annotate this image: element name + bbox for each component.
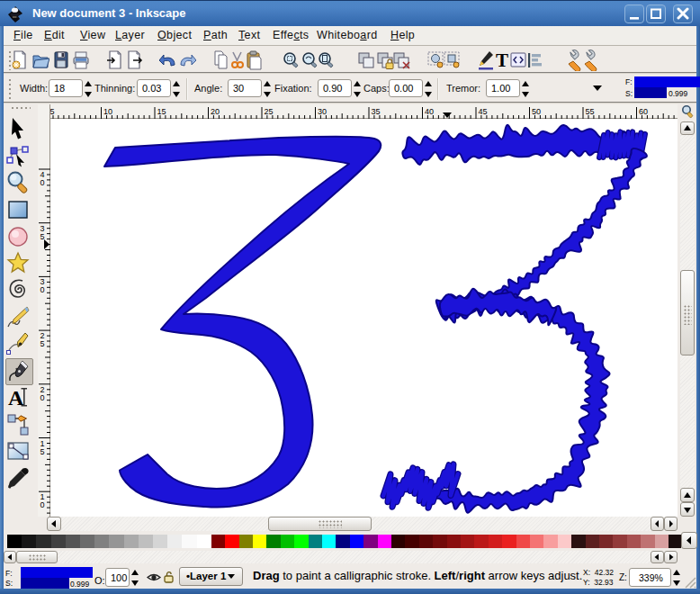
svg-text:10: 10 [103, 107, 112, 116]
svg-text:25: 25 [265, 107, 274, 116]
svg-text:45: 45 [479, 107, 488, 116]
svg-text:5: 5 [40, 339, 45, 348]
svg-text:0: 0 [40, 393, 45, 402]
svg-text:20: 20 [211, 107, 220, 116]
svg-text:40: 40 [425, 107, 434, 116]
svg-text:5: 5 [40, 447, 45, 456]
svg-text:30: 30 [318, 107, 327, 116]
svg-text:35: 35 [372, 107, 381, 116]
svg-text:5: 5 [50, 107, 55, 116]
svg-text:0: 0 [40, 285, 45, 294]
svg-text:55: 55 [586, 107, 595, 116]
svg-text:T: T [496, 50, 508, 71]
svg-text:5: 5 [40, 232, 45, 241]
svg-text:15: 15 [157, 107, 166, 116]
svg-text:0: 0 [40, 500, 45, 509]
svg-text:0: 0 [40, 178, 45, 187]
svg-text:60: 60 [639, 107, 648, 116]
svg-text:50: 50 [532, 107, 541, 116]
